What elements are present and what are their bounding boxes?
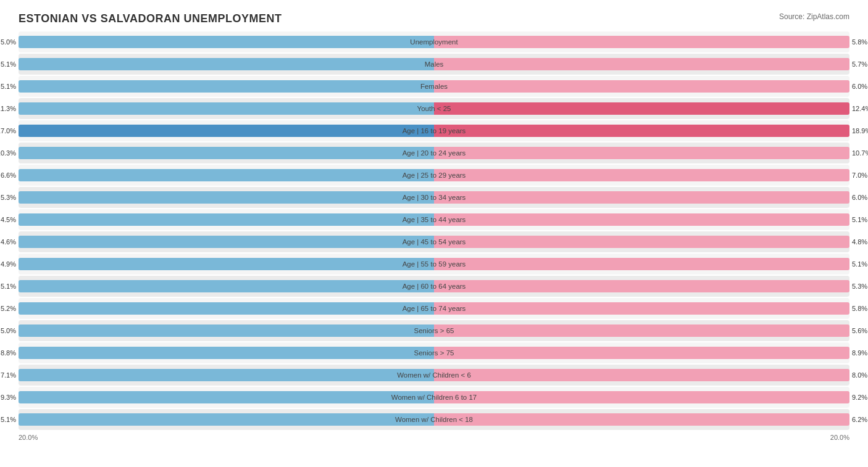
- value-right: 5.7%: [849, 60, 867, 68]
- bar-blue: [19, 169, 434, 181]
- value-right: 5.6%: [849, 327, 867, 334]
- source-label: Source: ZipAtlas.com: [779, 12, 849, 21]
- bar-blue: [19, 213, 434, 226]
- bar-pink: [434, 347, 849, 359]
- chart-row: 6.6% Age | 25 to 29 years 7.0%: [19, 165, 849, 186]
- value-right: 7.0%: [849, 172, 867, 179]
- value-left: 11.3%: [0, 105, 19, 112]
- chart-row: 9.3% Women w/ Children 6 to 17 9.2%: [19, 387, 849, 408]
- value-right: 5.1%: [849, 216, 867, 223]
- bar-pink: [434, 102, 849, 115]
- value-left: 10.3%: [0, 149, 19, 157]
- axis-bottom: 20.0% 20.0%: [19, 431, 849, 441]
- value-left: 8.8%: [1, 349, 19, 357]
- value-right: 6.2%: [849, 416, 867, 423]
- value-left: 6.6%: [1, 172, 19, 179]
- chart-row: 5.3% Age | 30 to 34 years 6.0%: [19, 187, 849, 208]
- chart-row: 7.1% Women w/ Children < 6 8.0%: [19, 365, 849, 386]
- chart-row: 5.1% Females 6.0%: [19, 76, 849, 97]
- bar-blue: [19, 236, 434, 248]
- value-left: 17.0%: [0, 127, 19, 134]
- bar-pink: [434, 147, 849, 159]
- bar-blue: [19, 302, 434, 315]
- bar-pink: [434, 36, 849, 48]
- bar-blue: [19, 36, 434, 48]
- bar-pink: [434, 191, 849, 204]
- bar-pink: [434, 125, 849, 137]
- chart-row: 10.3% Age | 20 to 24 years 10.7%: [19, 143, 849, 163]
- chart-row: 5.1% Males 5.7%: [19, 54, 849, 75]
- value-left: 5.1%: [1, 60, 19, 68]
- bar-pink: [434, 280, 849, 292]
- chart-area: 5.0% Unemployment 5.8% 5.1% Males: [19, 31, 849, 406]
- bar-blue: [19, 347, 434, 359]
- bar-pink: [434, 324, 849, 337]
- value-left: 5.2%: [1, 305, 19, 312]
- value-left: 4.9%: [1, 260, 19, 268]
- chart-container: ESTONIAN VS SALVADORAN UNEMPLOYMENT Sour…: [0, 0, 868, 467]
- bar-pink: [434, 391, 849, 403]
- bar-pink: [434, 258, 849, 270]
- value-left: 5.0%: [1, 327, 19, 334]
- value-left: 4.5%: [1, 216, 19, 223]
- value-right: 6.0%: [849, 194, 867, 201]
- chart-row: 5.2% Age | 65 to 74 years 5.8%: [19, 298, 849, 319]
- bar-pink: [434, 236, 849, 248]
- bar-pink: [434, 302, 849, 315]
- value-right: 5.3%: [849, 283, 867, 290]
- bar-blue: [19, 391, 434, 403]
- bar-blue: [19, 58, 434, 70]
- bar-blue: [19, 280, 434, 292]
- value-left: 9.3%: [1, 394, 19, 401]
- value-left: 5.0%: [1, 38, 19, 46]
- value-right: 5.8%: [849, 305, 867, 312]
- chart-row: 4.9% Age | 55 to 59 years 5.1%: [19, 254, 849, 275]
- bar-blue: [19, 324, 434, 337]
- value-left: 5.1%: [1, 416, 19, 423]
- chart-row: 5.1% Age | 60 to 64 years 5.3%: [19, 276, 849, 297]
- bar-blue: [19, 191, 434, 204]
- value-left: 5.1%: [1, 283, 19, 290]
- value-right: 12.4%: [849, 105, 868, 112]
- bar-blue: [19, 102, 434, 115]
- bar-pink: [434, 58, 849, 70]
- bar-pink: [434, 80, 849, 93]
- bar-blue: [19, 147, 434, 159]
- value-right: 9.2%: [849, 394, 867, 401]
- value-right: 8.0%: [849, 371, 867, 379]
- value-right: 10.7%: [849, 149, 868, 157]
- value-left: 4.6%: [1, 238, 19, 246]
- value-right: 18.9%: [849, 127, 868, 134]
- chart-row: 4.5% Age | 35 to 44 years 5.1%: [19, 209, 849, 230]
- axis-right-label: 20.0%: [830, 434, 849, 441]
- chart-row: 8.8% Seniors > 75 8.9%: [19, 342, 849, 363]
- bar-blue: [19, 80, 434, 93]
- chart-title: ESTONIAN VS SALVADORAN UNEMPLOYMENT: [19, 12, 849, 25]
- bar-blue: [19, 125, 434, 137]
- bar-blue: [19, 413, 434, 426]
- chart-row: 5.1% Women w/ Children < 18 6.2%: [19, 409, 849, 430]
- value-right: 8.9%: [849, 349, 867, 357]
- value-left: 7.1%: [1, 371, 19, 379]
- value-right: 6.0%: [849, 83, 867, 90]
- bar-blue: [19, 258, 434, 270]
- chart-row: 11.3% Youth < 25 12.4%: [19, 98, 849, 119]
- bar-blue: [19, 369, 434, 381]
- value-left: 5.1%: [1, 83, 19, 90]
- bar-pink: [434, 213, 849, 226]
- value-left: 5.3%: [1, 194, 19, 201]
- chart-row: 5.0% Unemployment 5.8%: [19, 31, 849, 52]
- chart-row: 17.0% Age | 16 to 19 years 18.9%: [19, 120, 849, 141]
- chart-row: 5.0% Seniors > 65 5.6%: [19, 320, 849, 341]
- value-right: 5.1%: [849, 260, 867, 268]
- value-right: 4.8%: [849, 238, 867, 246]
- chart-row: 4.6% Age | 45 to 54 years 4.8%: [19, 231, 849, 252]
- bar-pink: [434, 169, 849, 181]
- value-right: 5.8%: [849, 38, 867, 46]
- bar-pink: [434, 413, 849, 426]
- axis-left-label: 20.0%: [19, 434, 38, 441]
- bar-pink: [434, 369, 849, 381]
